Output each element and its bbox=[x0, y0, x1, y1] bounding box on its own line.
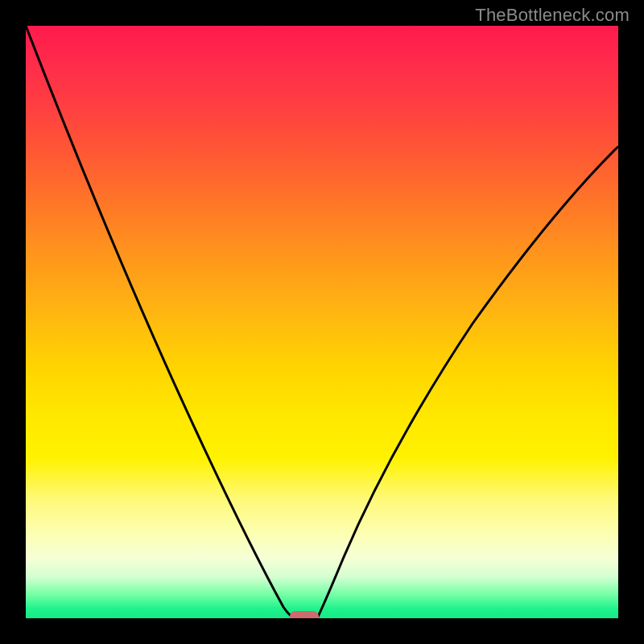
plot-area bbox=[26, 26, 618, 618]
watermark-text: TheBottleneck.com bbox=[475, 5, 630, 26]
left-curve bbox=[26, 26, 295, 618]
chart-frame: TheBottleneck.com bbox=[0, 0, 644, 644]
right-curve bbox=[317, 147, 618, 618]
bottleneck-marker bbox=[290, 611, 319, 618]
curves-svg bbox=[26, 26, 618, 618]
